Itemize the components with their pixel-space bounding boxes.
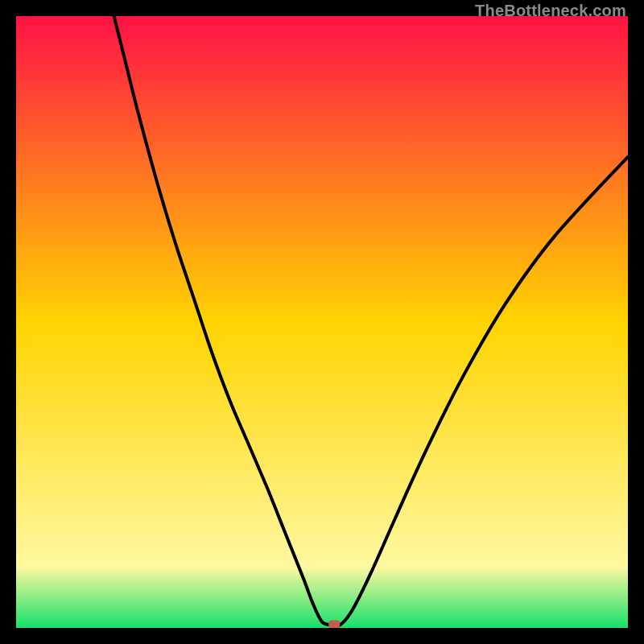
curve-minimum-marker (328, 620, 340, 628)
chart-frame: TheBottleneck.com (0, 0, 644, 644)
plot-background (16, 16, 628, 628)
bottleneck-plot (16, 16, 628, 628)
watermark: TheBottleneck.com (475, 2, 626, 20)
